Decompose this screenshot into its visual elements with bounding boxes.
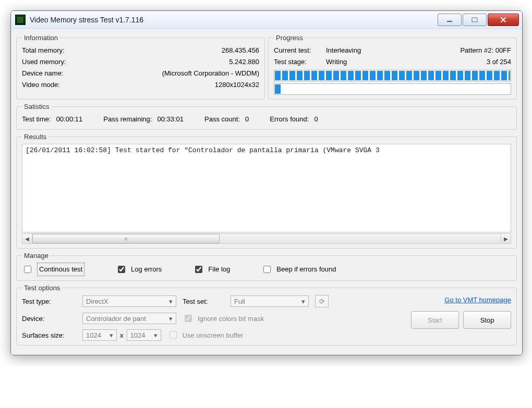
start-button[interactable]: Start [411, 311, 459, 329]
onscreen-buffer-checkbox[interactable]: Use onscreen buffer [167, 330, 244, 340]
test-type-label: Test type: [22, 298, 76, 305]
scroll-track[interactable]: ≡ [32, 234, 501, 243]
progress-bar-1 [274, 70, 511, 81]
test-options-group: Test options Test type: DirectX ▾ Test s… [16, 284, 517, 345]
total-memory-value: 268.435.456 [222, 45, 259, 56]
test-set-select[interactable]: Full ▾ [231, 295, 309, 307]
maximize-button[interactable] [463, 14, 487, 26]
continuous-test-label: Continous test [37, 263, 84, 276]
results-log-line: [26/01/2011 16:02:58] Test started for "… [26, 146, 380, 154]
total-memory-label: Total memory: [22, 45, 65, 56]
pattern-label: Pattern #2: 00FF [460, 45, 511, 56]
surface-width-value: 1024 [86, 331, 101, 339]
test-type-select[interactable]: DirectX ▾ [82, 295, 176, 307]
device-name-value: (Microsoft Corporation - WDDM) [162, 68, 259, 79]
beep-checkbox[interactable]: Beep if errors found [261, 263, 336, 276]
test-options-legend: Test options [22, 284, 62, 292]
manage-group: Manage Continous test Log errors File lo… [16, 252, 517, 281]
information-group: Information Total memory: 268.435.456 Us… [16, 34, 265, 100]
test-time-value: 00:00:11 [56, 114, 83, 125]
chevron-down-icon: ▾ [110, 331, 113, 339]
test-stage-label: Test stage: [274, 56, 326, 68]
test-set-label: Test set: [183, 298, 224, 305]
results-group: Results [26/01/2011 16:02:58] Test start… [16, 133, 517, 249]
errors-found-value: 0 [314, 114, 318, 125]
scroll-right-button[interactable]: ► [501, 234, 511, 243]
statistics-group: Satistics Test time: 00:00:11 Pass remai… [16, 103, 517, 130]
app-icon [15, 15, 26, 25]
surface-height-value: 1024 [130, 331, 146, 339]
window-title: Video Memory stress Test v1.7.116 [30, 16, 438, 24]
onscreen-buffer-label: Use onscreen buffer [183, 331, 244, 339]
errors-found-label: Errors found: [270, 114, 309, 125]
chevron-down-icon: ▾ [169, 298, 173, 305]
file-log-label: File log [208, 263, 230, 276]
test-set-value: Full [234, 298, 245, 305]
ignore-colors-checkbox[interactable]: Ignore colors bit mask [183, 313, 264, 324]
current-test-label: Current test: [274, 45, 326, 56]
minimize-button[interactable] [438, 14, 462, 26]
app-window: Video Memory stress Test v1.7.116 Inform… [10, 10, 523, 355]
current-test-value: Interleaving [326, 45, 460, 56]
chevron-down-icon: ▾ [301, 298, 305, 305]
statistics-legend: Satistics [22, 103, 51, 110]
window-buttons [438, 14, 519, 26]
results-legend: Results [22, 133, 49, 141]
pass-remaining-label: Pass remaining: [103, 114, 152, 125]
pass-count-value: 0 [245, 114, 249, 125]
client-area: Information Total memory: 268.435.456 Us… [11, 29, 522, 355]
stage-count: 3 of 254 [487, 56, 511, 68]
results-log[interactable]: [26/01/2011 16:02:58] Test started for "… [22, 144, 511, 232]
surfaces-size-label: Surfaces size: [22, 331, 76, 339]
used-memory-label: Used memory: [22, 56, 66, 68]
continuous-test-checkbox[interactable]: Continous test [22, 263, 84, 276]
surface-width-select[interactable]: 1024 ▾ [82, 329, 117, 341]
test-stage-value: Writing [326, 56, 487, 68]
file-log-checkbox[interactable]: File log [193, 263, 230, 276]
size-x-label: x [120, 331, 124, 339]
device-name-label: Device name: [22, 68, 63, 79]
titlebar: Video Memory stress Test v1.7.116 [11, 11, 522, 29]
refresh-icon: ⟳ [319, 298, 325, 305]
svg-rect-1 [472, 18, 477, 22]
device-select[interactable]: Controlador de pant ▾ [82, 313, 176, 324]
test-time-label: Test time: [22, 114, 51, 125]
video-mode-value: 1280x1024x32 [215, 79, 259, 91]
ignore-colors-label: Ignore colors bit mask [198, 315, 264, 323]
chevron-down-icon: ▾ [169, 315, 173, 323]
svg-rect-0 [447, 21, 452, 22]
refresh-button[interactable]: ⟳ [315, 295, 329, 307]
chevron-down-icon: ▾ [154, 331, 158, 339]
results-hscrollbar[interactable]: ◄ ≡ ► [22, 233, 511, 244]
pass-remaining-value: 00:33:01 [157, 114, 184, 125]
test-type-value: DirectX [86, 298, 108, 305]
device-value: Controlador de pant [86, 315, 146, 323]
surface-height-select[interactable]: 1024 ▾ [127, 329, 161, 341]
start-button-label: Start [428, 316, 442, 324]
pass-count-label: Pass count: [204, 114, 240, 125]
manage-legend: Manage [22, 252, 51, 259]
scroll-left-button[interactable]: ◄ [22, 234, 32, 243]
used-memory-value: 5.242.880 [229, 56, 259, 68]
progress-bar-2 [274, 83, 511, 95]
information-legend: Information [22, 34, 60, 42]
stop-button-label: Stop [480, 316, 494, 324]
log-errors-label: Log errors [131, 263, 162, 276]
scroll-thumb[interactable]: ≡ [32, 234, 220, 243]
close-button[interactable] [488, 14, 519, 26]
device-label: Device: [22, 315, 76, 323]
progress-group: Progress Current test: Interleaving Patt… [268, 34, 517, 100]
beep-label: Beep if errors found [276, 263, 336, 276]
progress-legend: Progress [274, 34, 305, 42]
stop-button[interactable]: Stop [463, 311, 511, 329]
log-errors-checkbox[interactable]: Log errors [116, 263, 162, 276]
homepage-link[interactable]: Go to VMT homepage [444, 296, 511, 304]
video-mode-label: Video mode: [22, 79, 60, 91]
